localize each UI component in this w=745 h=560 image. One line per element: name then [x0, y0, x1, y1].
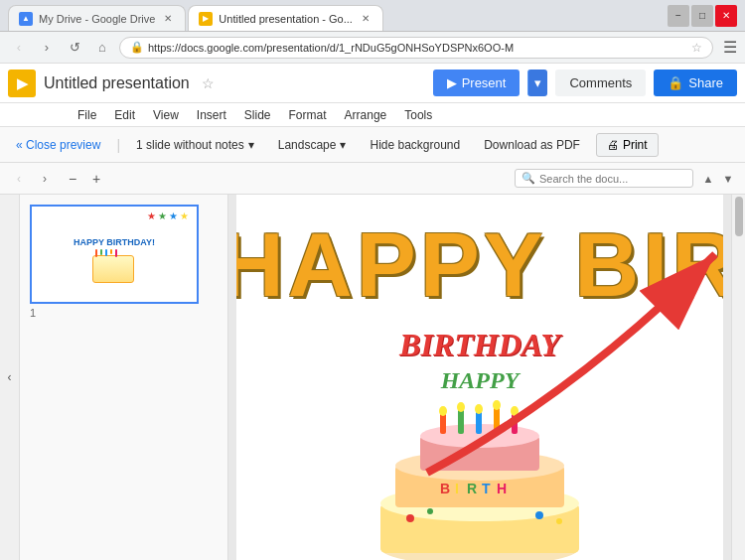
landscape-button[interactable]: Landscape ▾ — [270, 135, 355, 155]
close-button[interactable]: ✕ — [715, 5, 737, 27]
slide-panel: ★ ★ ★ ★ HAPPY BIRTHDAY! — [20, 195, 228, 560]
menu-bar: File Edit View Insert Slide Format Arran… — [0, 103, 745, 127]
window-controls: − □ ✕ — [668, 5, 737, 27]
svg-point-23 — [427, 508, 433, 514]
print-icon: 🖨 — [607, 138, 619, 152]
share-label: Share — [688, 75, 723, 90]
svg-rect-13 — [494, 406, 500, 434]
main-area: ‹ ★ ★ ★ ★ HAPPY BIRTHDAY! — [0, 195, 745, 560]
menu-file[interactable]: File — [70, 106, 104, 124]
svg-text:R: R — [467, 481, 477, 496]
zoom-out-button[interactable]: − — [62, 168, 83, 190]
thumb-cake — [92, 251, 137, 283]
address-text: https://docs.google.com/presentation/d/1… — [148, 42, 514, 54]
svg-text:B: B — [440, 481, 450, 496]
svg-point-14 — [493, 400, 501, 410]
browser-menu-button[interactable]: ☰ — [723, 38, 737, 57]
page-down-button[interactable]: ▼ — [719, 170, 737, 188]
collapse-panel-button[interactable]: ‹ — [0, 195, 20, 560]
scrollbar-thumb[interactable] — [735, 197, 743, 236]
page-nav-arrows: ‹ › — [8, 168, 56, 190]
landscape-arrow: ▾ — [340, 138, 346, 152]
menu-slide[interactable]: Slide — [236, 106, 279, 124]
svg-point-25 — [556, 518, 562, 524]
zoom-controls: − + — [62, 168, 107, 190]
present-dropdown-button[interactable]: ▾ — [527, 70, 547, 96]
svg-point-22 — [406, 514, 414, 522]
tab-slides-close[interactable]: ✕ — [359, 12, 372, 26]
present-label: Present — [462, 75, 507, 90]
svg-point-10 — [457, 402, 465, 412]
present-button[interactable]: ▶ Present — [433, 70, 521, 96]
cake-svg: B I R T H — [341, 394, 619, 560]
maximize-button[interactable]: □ — [691, 5, 713, 27]
page-up-button[interactable]: ▲ — [699, 170, 717, 188]
tab-drive-label: My Drive - Google Drive — [39, 13, 155, 25]
share-button[interactable]: 🔒 Share — [654, 70, 737, 96]
svg-text:H: H — [497, 481, 507, 496]
home-button[interactable]: ⌂ — [91, 37, 113, 59]
hide-background-button[interactable]: Hide background — [362, 135, 468, 155]
thumb-decoration: ★ ★ ★ ★ — [147, 210, 189, 221]
page-nav-buttons: ▲ ▼ — [699, 170, 737, 188]
drive-tab-icon: ▲ — [19, 12, 33, 26]
comments-label: Comments — [569, 75, 632, 90]
menu-format[interactable]: Format — [281, 106, 335, 124]
tab-slides[interactable]: ▶ Untitled presentation - Go... ✕ — [188, 5, 383, 31]
tab-bar: ▲ My Drive - Google Drive ✕ ▶ Untitled p… — [8, 0, 383, 31]
menu-arrange[interactable]: Arrange — [337, 106, 395, 124]
slides-tab-icon: ▶ — [199, 12, 213, 26]
comments-button[interactable]: Comments — [555, 70, 646, 96]
slides-option-arrow: ▾ — [248, 138, 254, 152]
search-input-wrap[interactable]: 🔍 — [515, 169, 693, 188]
present-arrow-icon: ▾ — [534, 75, 541, 90]
menu-edit[interactable]: Edit — [106, 106, 143, 124]
svg-point-8 — [439, 406, 447, 416]
print-button[interactable]: 🖨 Print — [596, 133, 659, 157]
tab-drive[interactable]: ▲ My Drive - Google Drive ✕ — [8, 5, 186, 31]
document-title[interactable]: Untitled presentation — [44, 74, 190, 92]
birthday-signs: BIRTHDAY HAPPY — [399, 327, 560, 394]
cake-area: BIRTHDAY HAPPY — [341, 327, 619, 560]
landscape-label: Landscape — [278, 138, 337, 152]
search-icon: 🔍 — [522, 172, 535, 185]
slide-thumbnail[interactable]: ★ ★ ★ ★ HAPPY BIRTHDAY! — [30, 205, 199, 304]
right-scrollbar[interactable] — [731, 195, 745, 560]
svg-point-24 — [535, 511, 543, 519]
svg-point-12 — [475, 404, 483, 414]
menu-insert[interactable]: Insert — [189, 106, 234, 124]
app-header: ▶ Untitled presentation ☆ ▶ Present ▾ Co… — [0, 64, 745, 103]
menu-view[interactable]: View — [145, 106, 187, 124]
print-label: Print — [623, 138, 648, 152]
search-bar: ‹ › − + 🔍 ▲ ▼ — [0, 163, 745, 195]
bookmark-icon[interactable]: ☆ — [691, 41, 702, 55]
slide-thumb-inner: ★ ★ ★ ★ HAPPY BIRTHDAY! — [32, 207, 197, 302]
svg-text:I: I — [455, 481, 459, 496]
slides-logo: ▶ — [8, 70, 36, 97]
download-pdf-label: Download as PDF — [484, 138, 580, 152]
next-page-button[interactable]: › — [34, 168, 56, 190]
search-input[interactable] — [539, 173, 669, 185]
refresh-button[interactable]: ↺ — [64, 37, 85, 59]
print-toolbar: « Close preview | 1 slide without notes … — [0, 127, 745, 163]
happy-label: HAPPY — [441, 367, 520, 394]
slides-option-button[interactable]: 1 slide without notes ▾ — [128, 135, 262, 155]
hide-background-label: Hide background — [370, 138, 460, 152]
close-preview-button[interactable]: « Close preview — [8, 134, 108, 156]
download-pdf-button[interactable]: Download as PDF — [476, 135, 588, 155]
slide-thumb-wrap: ★ ★ ★ ★ HAPPY BIRTHDAY! — [30, 205, 218, 319]
slide-display: HAPPY BIR BIRTHDAY HAPPY — [236, 195, 723, 560]
prev-page-button[interactable]: ‹ — [8, 168, 30, 190]
menu-tools[interactable]: Tools — [396, 106, 440, 124]
svg-point-16 — [511, 406, 519, 416]
zoom-in-button[interactable]: + — [85, 168, 107, 190]
thumb-title: HAPPY BIRTHDAY! — [74, 237, 155, 248]
minimize-button[interactable]: − — [668, 5, 689, 27]
slides-option-label: 1 slide without notes — [136, 138, 244, 152]
address-input[interactable]: 🔒 https://docs.google.com/presentation/d… — [119, 37, 713, 59]
tab-drive-close[interactable]: ✕ — [161, 12, 175, 26]
back-button[interactable]: ‹ — [8, 37, 30, 59]
slide-main-view: HAPPY BIR BIRTHDAY HAPPY — [228, 195, 731, 560]
star-icon[interactable]: ☆ — [202, 75, 215, 91]
forward-button[interactable]: › — [36, 37, 58, 59]
